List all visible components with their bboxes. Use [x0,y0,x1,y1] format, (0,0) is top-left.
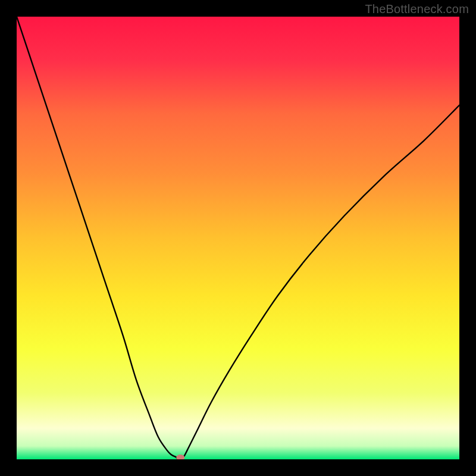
plot-area [17,17,459,459]
chart-svg [17,17,459,459]
chart-frame: TheBottleneck.com [0,0,476,476]
gradient-background [17,17,459,459]
watermark-text: TheBottleneck.com [365,2,469,16]
